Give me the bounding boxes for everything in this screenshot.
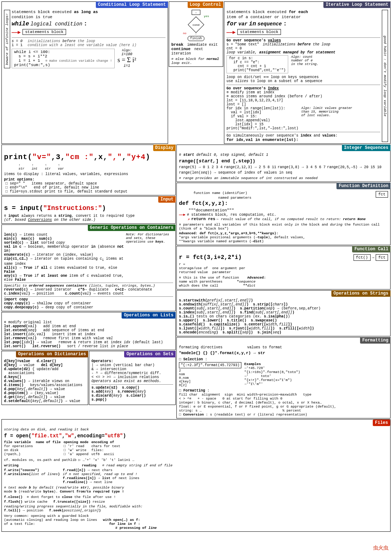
index-count-op: c.index(val) → position c.count(val) → e…	[4, 292, 173, 296]
def-syntax: def fct(x,y,z):	[179, 200, 376, 207]
input-note: ¤ input always returns a string, convert…	[4, 214, 173, 218]
func-call-title: Function Call	[352, 246, 391, 252]
side-label-good-habit: good habit : don't modify loop variable	[382, 10, 388, 142]
sets-ops-panel: Operations on Sets Operators: | → union …	[89, 351, 176, 405]
docstring: """documentation"""	[179, 208, 376, 212]
for-body-line: ——▶ statements block	[226, 29, 380, 35]
conditional-loop-panel: Conditional Loop Statement beware of inf…	[1, 1, 168, 144]
bottom-row: Files storing data on disk, and reading …	[1, 419, 391, 532]
i-init: i = 1 condition with a least one variabl…	[12, 43, 166, 47]
display-title: Display	[153, 145, 176, 151]
operators-label: Operators:	[91, 359, 173, 363]
code-and-sum: while i <= 100: s = s + i**2 i = i + 1 ¤…	[12, 49, 166, 68]
var-keyword: var	[238, 21, 248, 27]
logical-condition-text: logical condition	[30, 21, 82, 27]
range-examples: range(5) → 0 1 2 3 4 range(2,12,3) → 2 5…	[179, 165, 388, 175]
func-call-content: r = fct(3,i+2,2*i) r = storage/use of re…	[179, 254, 388, 288]
format-examples: Examples →'+45.728' "{1:>10s}".format(8,…	[244, 362, 300, 387]
text-mode-note: ¤ text mode b by default (read/write str…	[4, 486, 388, 490]
continue-line: continue next iteration	[171, 47, 221, 56]
side-label-infinite-loops: beware of infinite loops!	[4, 10, 10, 68]
args-note: *args variable positional arguments (→tu…	[179, 235, 388, 239]
format-header: formating directives values to format	[179, 345, 388, 349]
func-def-content: function name (identifier) named paramet…	[179, 191, 388, 221]
loop-control-panel: Loop Control … ↓ cond yes no ↓ finish	[169, 1, 223, 67]
ordered-title: Specific to ordered sequences containers…	[4, 284, 173, 288]
generic-ops-panel: Generic Operations on Containers len(c) …	[1, 224, 176, 311]
generic-ops-title: Generic Operations on Containers	[88, 224, 176, 231]
func-call-main: r = fct(3,i+2,2*i) r = storage/use of re…	[179, 254, 351, 288]
lst-sort: lst.sort() lst.reverse() sort / reverse …	[4, 344, 173, 348]
format-syntax-box: "{:+2.3f}".format(45.72793) 2 nom 0.nom …	[179, 362, 241, 387]
else-note: ¤ else block for normal loop exit.	[171, 57, 221, 65]
enum-desc: Go simultaneously over sequence's index …	[226, 134, 380, 138]
write-read-ops: f.write("coucou") f.writelines(list of l…	[4, 468, 388, 484]
display-panel: Display print("v=",3,"cm :",x,",","y+4) …	[1, 145, 176, 195]
func-params-label: named parameters	[179, 196, 376, 200]
break-line: break immediate exit	[171, 42, 221, 47]
import-copy: import copy	[4, 297, 173, 301]
func-call-panel: Function Call r = fct(3,i+2,2*i) r = sto…	[176, 246, 391, 289]
sum-formula-display: Algo: i=100 s = Σ i² i=1	[118, 49, 136, 68]
s-init-line: s = "Some text" initializations before t…	[226, 42, 380, 46]
fct-call-label-box: fct()	[354, 254, 371, 261]
write-read-labels: writing reading ¤ read empty string if e…	[4, 463, 388, 467]
right-mid-col: Integer Sequences ¤ start default 0, ste…	[176, 145, 391, 418]
modele-code: "modele{} {} {}".format(x,y,r) → str	[179, 351, 388, 355]
cf-modules: cf. modules os, os.path and pathlib ▷ …'…	[4, 458, 388, 462]
sep-option: □ sep=" " items separator, default space	[4, 182, 173, 186]
input-code-display: s = input("Instructions:")	[4, 204, 173, 212]
kwargs-note: **kwargs variable named arguments (→dict…	[179, 239, 388, 243]
end-option: □ end="\n" end of print, default new lin…	[4, 186, 173, 190]
tell-seek-row: f.tell() → position f.seek(position[,ori…	[4, 509, 388, 513]
copy-deep: copy.deepcopy(c) → deep copy of containe…	[4, 305, 173, 309]
strings-ops-panel: Operations on Strings s.startswith(prefi…	[176, 290, 391, 336]
start-note: ¤ start default 0, step signed, default …	[179, 153, 388, 157]
sequence-keyword: sequence	[257, 21, 282, 27]
for-keyword: for	[226, 21, 237, 27]
files-panel: Files storing data on disk, and reading …	[1, 419, 391, 532]
for-idx-code: for idx in range(len(lst)): val = lst[id…	[226, 106, 298, 130]
in-keyword: in	[249, 21, 256, 27]
init-comment: s = 0 initializations before the loop	[12, 39, 166, 43]
integer-seq-title: Integer Sequences	[342, 145, 391, 151]
generic-ops-note: Note: For dictionaries and sets, these o…	[126, 233, 173, 282]
values-title: Go over sequence's values	[226, 39, 380, 42]
range-note: ¤ range provides an immutable sequence o…	[179, 176, 388, 180]
cf-note: (cf. boxed Conversions on the other side…	[4, 218, 173, 222]
range-syntax: range([start,] end [,step])	[179, 158, 388, 164]
while-syntax-line: while logical condition :	[12, 21, 166, 27]
close-flush-row: f.close() ¤ dont forget to close the fil…	[4, 495, 388, 499]
conversion-line: □ Conversion : s (readable text) or r (l…	[179, 413, 388, 417]
flowchart-diagram: … ↓ cond yes no ↓ finish	[188, 10, 204, 41]
copy-shallow: copy.copy(c) → shallow copy of container	[4, 301, 173, 305]
integer-seq-panel: Integer Sequences ¤ start default 0, ste…	[176, 145, 391, 182]
flush-truncate-row: f.flush() write cache f.truncate([size])…	[4, 500, 388, 504]
print-options-label: print options:	[4, 178, 173, 182]
iterative-loop-title: Iterative Loop Statement	[323, 1, 391, 8]
symbols-line: < > ^≡ + - space 0 at start for filling …	[179, 397, 388, 401]
func-call-boxes: fct() → fct	[354, 254, 388, 261]
return-line: ↗ return res ← result value of the call,…	[179, 217, 376, 221]
func-def-title: Function Definition	[336, 183, 391, 189]
iterative-loop-panel: Iterative Loop Statement statements bloc…	[224, 1, 391, 144]
statements-block-box: statements block	[23, 29, 66, 35]
for-idx-code-and-algo: for idx in range(len(lst)): val = lst[id…	[226, 106, 380, 130]
loop-control-title: Loop Control	[188, 1, 223, 8]
formatting-title: Formatting	[360, 337, 391, 344]
very-common: Very common: opening with a guarded bloc…	[4, 514, 388, 518]
with-for-row: (automatic closing) and reading loop on …	[4, 518, 388, 530]
print-code-display: print("v=",3,"cm :",x,",","y+4)	[4, 153, 173, 161]
page: Conditional Loop Statement beware of inf…	[0, 0, 392, 533]
open-code: f = open("file.txt","w",encoding="utf8")	[4, 433, 388, 439]
func-name-label: function name (identifier)	[179, 191, 376, 195]
items-label: items to display : literal values, varia…	[4, 172, 173, 176]
this-is-note: ¤ this is the use of function Advanced:	[179, 276, 351, 280]
float-line: float: e or E exponential, f or F fixed …	[179, 405, 388, 409]
loop-control-column: Loop Control … ↓ cond yes no ↓ finish	[169, 1, 223, 144]
lst-extend: lst.extend(seq) add sequence of items at…	[4, 328, 173, 332]
input-panel: Input s = input("Instructions:") ¤ input…	[1, 196, 176, 224]
sets-ops-title: Operations on Sets	[124, 351, 176, 357]
integer-line: integer: b binary, c char, d decimal (de…	[179, 401, 388, 405]
generic-ops-content: len(c) → items count min(c) max(c) sum(c…	[4, 233, 173, 282]
